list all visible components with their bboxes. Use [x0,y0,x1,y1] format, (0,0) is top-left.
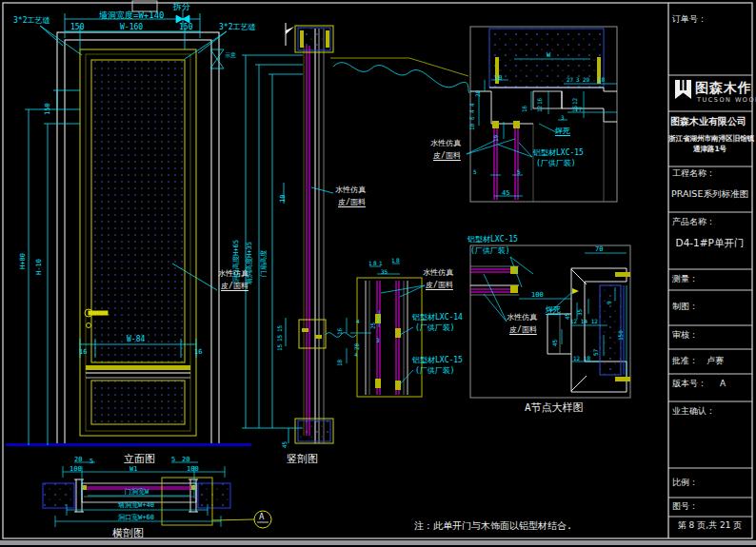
scale-label: 比例： [672,479,698,488]
detail-a-view [470,245,630,398]
approve-value: 卢赛 [706,357,724,366]
survey-label: 测量： [672,275,698,284]
logo-name: 图森木作 [695,81,752,95]
mid-joint-detail-view [347,264,425,397]
vertical-section-view [242,23,469,443]
figure-number-label: 图号： [672,502,698,512]
tucson-wood-logo-icon [675,80,691,99]
horizontal-section-view [43,462,271,528]
approve-label: 批准： [672,357,698,366]
audit-label: 审核： [672,331,698,341]
drawing-linework [0,0,756,547]
page-indicator: 第 8 页,共 21 页 [668,521,751,531]
product-name-value: D4-1#P单开门 [668,238,751,249]
owner-confirm-label: 业主确认： [672,407,715,417]
version-label: 版本号： [672,380,706,389]
cad-drawing-sheet: 墙洞宽度=W+140150W-160150拆分3*2工艺缝3*2工艺缝示意150… [0,0,756,547]
order-number-label: 订单号： [672,15,706,25]
logo-subtitle: TUCSON WOOD [697,97,756,104]
project-name-value: PRAISE系列标准图 [668,189,751,199]
draft-label: 制图： [672,303,698,312]
company-address-line1: 浙江省湖州市南浔区旧馆镇 [668,135,751,143]
product-name-label: 产品名称： [672,218,715,227]
project-name-label: 工程名称： [672,169,715,179]
elevation-view [6,1,251,446]
company-address-line2: 通津路1号 [668,146,751,153]
version-value: A [720,380,726,389]
company-name: 图森木业有限公司 [670,116,746,127]
head-detail-view [467,27,617,202]
